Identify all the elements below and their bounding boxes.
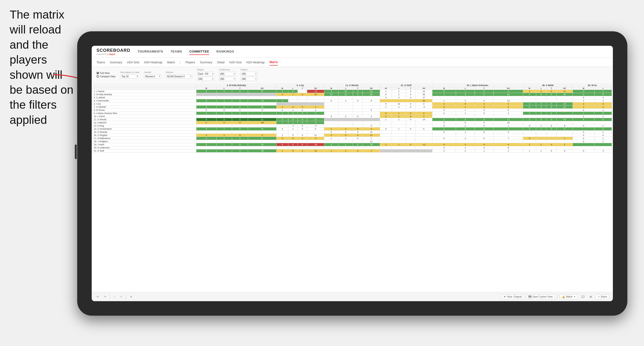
sub-nav-h2hheatmap2[interactable]: H2H Heatmap: [246, 59, 265, 65]
matrix-table: 2. M Kelly Mulcahy 6. A Dy 11. G Woods 2…: [93, 84, 612, 153]
conference-select2[interactable]: (All): [219, 77, 236, 81]
sub-nav-h2hgrid1[interactable]: H2H Grid: [127, 59, 139, 65]
share-icon: ↗: [598, 295, 600, 298]
col-header-schumac: 23. L Marie Schumac.: [432, 84, 523, 87]
conference-select2-wrap[interactable]: (All): [219, 76, 236, 81]
table-row: 18. J Hodgson 11 01: [93, 140, 612, 143]
conference-select-wrap[interactable]: (All): [219, 71, 236, 76]
save-icon: 💾: [528, 295, 531, 298]
nav-tournaments[interactable]: TOURNAMENTS: [138, 48, 163, 55]
table-row: 5. A Nomrowski 310-15 1 0108 25 13013 11: [93, 99, 612, 102]
table-row: 11. G Woods 50011 14011 11014 14017 2402…: [93, 118, 612, 121]
watch-button[interactable]: 🔔 Watch ▼: [560, 294, 578, 299]
division-select-wrap[interactable]: NCAA Division II: [166, 74, 192, 79]
full-view-option[interactable]: Full View: [96, 72, 115, 74]
toolbar-separator2: [126, 294, 126, 299]
table-row: 12. A Bianchi 200-58 1104 20025: [93, 121, 612, 124]
main-content: 2. M Kelly Mulcahy 6. A Dy 11. G Woods 2…: [92, 83, 613, 292]
top-navigation: SCOREBOARD Powered by clippd TOURNAMENTS…: [92, 46, 613, 58]
tablet-device: SCOREBOARD Powered by clippd TOURNAMENTS…: [77, 31, 627, 316]
full-view-radio[interactable]: [96, 72, 99, 74]
col-header-woods: 11. G Woods: [324, 84, 380, 87]
sub-nav-summary1[interactable]: Summary: [110, 59, 122, 65]
region-filter: Region East - DII (All): [197, 68, 214, 81]
table-row: 16. K Mcgaha 2103 10011 00011 00: [93, 134, 612, 137]
nav-teams[interactable]: TEAMS: [170, 48, 182, 55]
matrix-container[interactable]: 2. M Kelly Mulcahy 6. A Dy 11. G Woods 2…: [92, 83, 613, 292]
eye-icon: 👁: [504, 295, 506, 298]
col-header-ady: 6. A Dy: [276, 84, 324, 87]
logo-title: SCOREBOARD: [96, 48, 130, 53]
table-row: 3. S Jelinek 02017 01: [93, 96, 612, 99]
sub-nav-h2hheatmap1[interactable]: H2H Heatmap: [144, 59, 162, 65]
redo-button[interactable]: ↷: [102, 295, 107, 299]
sub-nav-teams[interactable]: Teams: [96, 59, 105, 65]
tablet-side-button: [75, 145, 77, 159]
region-select2-wrap[interactable]: (All): [197, 76, 214, 81]
table-row: 20. E Andersson 0108: [93, 146, 612, 149]
zoom-out-button[interactable]: −: [112, 295, 117, 299]
col-header-webb: 38. A Webb: [523, 84, 573, 87]
table-row: 6. A Dy 01440 1040 40024 23: [93, 102, 612, 106]
region-select2[interactable]: (All): [197, 77, 214, 81]
reset-button[interactable]: ↺: [128, 295, 134, 299]
expand-button[interactable]: ⊞: [588, 295, 593, 299]
sub-nav-summary2[interactable]: Summary: [200, 59, 212, 65]
nav-items: TOURNAMENTS TEAMS COMMITTEE RANKINGS: [138, 48, 234, 55]
table-row: 1. J Garcia 31027 30-11 410050 11110 010…: [93, 90, 612, 93]
region-select[interactable]: East - DII: [197, 72, 214, 76]
sub-nav-players[interactable]: Players: [186, 59, 195, 65]
table-row: 17. D Ballesteros 3106 2013 1101 0207 01…: [93, 137, 612, 140]
division-select[interactable]: NCAA Division II: [166, 74, 192, 79]
logo: SCOREBOARD Powered by clippd: [96, 48, 130, 55]
gender-select[interactable]: Women's: [144, 74, 161, 79]
sub-nav-detail[interactable]: Detail: [217, 59, 225, 65]
save-custom-button[interactable]: 💾 Save Custom View: [526, 294, 555, 299]
players-select-wrap[interactable]: (All): [240, 71, 258, 76]
conference-select[interactable]: (All): [219, 72, 236, 76]
division-filter: Division NCAA Division II: [166, 71, 192, 79]
table-row: 9. A Maria Jimenez Rios 1001 100-7 0102 …: [93, 112, 612, 115]
sub-nav-h2hgrid2[interactable]: H2H Grid: [230, 59, 242, 65]
region-select-wrap[interactable]: East - DII: [197, 71, 214, 76]
conference-filter: Conference (All) (All): [219, 68, 236, 81]
sub-nav-matrix2[interactable]: Matrix: [270, 59, 278, 66]
bottom-toolbar: ↶ ↷ − + ↺ 👁 View: Original 💾 Save Custom…: [92, 292, 613, 301]
col-header-mulcahy: 2. M Kelly Mulcahy: [196, 84, 276, 87]
table-row: 15. H Stranda 02011 0103 01: [93, 131, 612, 134]
nav-committee[interactable]: COMMITTEE: [189, 48, 209, 55]
zoom-in-button[interactable]: +: [119, 295, 124, 299]
players-select2-wrap[interactable]: (All): [240, 76, 258, 81]
view-original-button[interactable]: 👁 View: Original: [502, 294, 524, 299]
players-select[interactable]: (All): [240, 72, 258, 76]
players-filter: Players (All) (All): [240, 68, 258, 81]
sub-nav-matrix1[interactable]: Matrix: [167, 59, 175, 65]
sub-navigation: Teams Summary H2H Grid H2H Heatmap Matri…: [92, 58, 613, 67]
compact-view-option[interactable]: Compact View: [96, 75, 115, 78]
table-row: 2. M Kelly Mulcahy 07040 1010050 02035 1…: [93, 93, 612, 96]
table-row: 21. O Stoll 410-59 10114 1201 2211 1109 …: [93, 149, 612, 153]
table-row: 13. N Klug 10-2 3 0201 0108 01: [93, 124, 612, 128]
undo-button[interactable]: ↶: [95, 295, 100, 299]
max-players-select-wrap[interactable]: Top 25: [120, 74, 139, 79]
table-row: 14. S Srichantamit 31014 0105 1204 0105 …: [93, 128, 612, 131]
table-row: 7. O Mitchell 30018 2202 120-4 0104 0402…: [93, 106, 612, 109]
nav-rankings[interactable]: RANKINGS: [216, 48, 234, 55]
comment-button[interactable]: 💬: [580, 295, 586, 299]
toolbar-separator3: [557, 294, 558, 299]
players-select2[interactable]: (All): [240, 77, 258, 81]
table-row: 8. M Torres 0013 0102 3 0108 01: [93, 109, 612, 112]
logo-subtitle: Powered by clippd: [96, 53, 130, 55]
gender-select-wrap[interactable]: Women's: [144, 74, 161, 79]
tablet-screen: SCOREBOARD Powered by clippd TOURNAMENTS…: [92, 46, 613, 301]
bell-icon: 🔔: [562, 295, 565, 298]
col-header-za: 60. W Za: [572, 84, 612, 87]
max-players-select[interactable]: Top 25: [120, 74, 137, 79]
player-col-header: [93, 84, 196, 87]
view-options: Full View Compact View: [96, 72, 115, 78]
filters-row: Full View Compact View Max players in vi…: [92, 67, 613, 83]
player-subheader: [93, 87, 196, 90]
col-header-stoll: 21. O Stoll: [380, 84, 432, 87]
share-button[interactable]: ↗ Share: [596, 294, 609, 299]
compact-view-radio[interactable]: [96, 75, 99, 78]
